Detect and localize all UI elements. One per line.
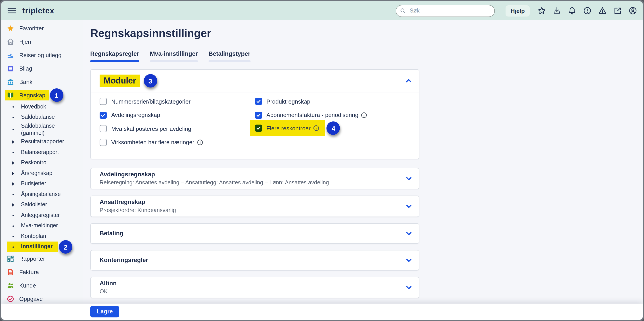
sidebar-item-budsjetter[interactable]: Budsjetter [1, 179, 82, 189]
sidebar-item-label: Bilag [19, 65, 32, 72]
checkbox-nummerserier-bilagskategorier[interactable] [100, 98, 107, 105]
bell-icon[interactable] [568, 6, 576, 15]
sidebar-item-innstillinger[interactable]: Innstillinger2 [1, 242, 82, 252]
section-title: Ansattregnskap [100, 199, 398, 206]
tab-mva-innstillinger[interactable]: Mva-innstillinger [150, 50, 198, 62]
sidebar-item-pningsbalanse[interactable]: Åpningsbalanse [1, 189, 82, 200]
sidebar-item-anleggsregister[interactable]: Anleggsregister [1, 210, 82, 221]
module-row-nummerserier-bilagskategorier: Nummerserier/bilagskategorier [100, 97, 255, 105]
menu-icon[interactable] [8, 8, 16, 14]
checkbox-column-left: Nummerserier/bilagskategorierAvdelingsre… [100, 97, 255, 152]
sidebar-item-kunde[interactable]: Kunde [1, 279, 82, 292]
sidebar-item-rsregnskap[interactable]: Årsregnskap [1, 168, 82, 179]
checkbox-flere-reskontroer[interactable] [255, 124, 262, 132]
module-row-virksomheten-har-flere-n-ringer: Virksomheten har flere næringer [100, 138, 255, 146]
sidebar-item-resultatrapporter[interactable]: Resultatrapporter [1, 137, 82, 147]
people-icon [7, 282, 14, 290]
sidebar-item-favoritter[interactable]: Favoritter [1, 22, 82, 35]
checkbox-label: Mva skal posteres per avdeling [111, 125, 191, 132]
section-betaling[interactable]: Betaling [90, 223, 419, 244]
sidebar-item-kontoplan[interactable]: Kontoplan [1, 231, 82, 242]
chevron-down-icon[interactable] [405, 230, 413, 237]
bullet-icon [10, 215, 16, 216]
section-title: Avdelingsregnskap [100, 171, 398, 178]
sidebar-item-label: Resultatrapporter [21, 138, 64, 145]
sidebar-item-saldolister[interactable]: Saldolister [1, 200, 82, 210]
sidebar-item-faktura[interactable]: Faktura [1, 266, 82, 279]
help-button[interactable]: Hjelp [506, 5, 530, 16]
chevron-down-icon[interactable] [405, 284, 413, 291]
checkbox-label: Flere reskontroer [266, 125, 310, 132]
section-subtitle: Reiseregning: Ansattes avdeling – Ansatt… [100, 180, 398, 186]
checkbox-column-right: ProduktregnskapAbonnementsfaktura - peri… [255, 97, 410, 152]
sidebar-item-hjem[interactable]: Hjem [1, 35, 82, 48]
chevron-up-icon[interactable] [404, 77, 413, 85]
sidebar-item-label: Favoritter [19, 25, 44, 32]
tab-betalingstyper[interactable]: Betalingstyper [208, 50, 250, 62]
sidebar-item-label: Hovedbok [21, 104, 46, 110]
sidebar-item-mva-meldinger[interactable]: Mva-meldinger [1, 221, 82, 231]
section-altinn[interactable]: AltinnOK [90, 277, 419, 298]
star-icon[interactable] [537, 6, 546, 15]
tab-regnskapsregler[interactable]: Regnskapsregler [90, 50, 139, 62]
section-ansattregnskap[interactable]: AnsattregnskapProsjekt/ordre: Kundeansva… [90, 196, 419, 217]
chevron-down-icon[interactable] [405, 175, 413, 182]
sidebar-item-rapporter[interactable]: Rapporter [1, 252, 82, 266]
moduler-header[interactable]: Moduler 3 [91, 70, 419, 92]
sidebar-item-label: Regnskap [19, 92, 45, 98]
sidebar-item-label: Reskontro [21, 160, 46, 166]
sidebar-item-saldobalanse-gammel[interactable]: Saldobalanse (gammel) [1, 123, 82, 137]
search-input[interactable] [396, 5, 495, 17]
checkbox-abonnementsfaktura-periodisering[interactable] [255, 112, 262, 118]
chevron-down-icon[interactable] [405, 256, 413, 264]
save-button[interactable]: Lagre [90, 306, 120, 318]
chevron-down-icon[interactable] [405, 202, 413, 210]
module-row-flere-reskontroer: Flere reskontroer4 [250, 120, 325, 136]
section-title: Konteringsregler [100, 257, 398, 264]
sidebar-item-hovedbok[interactable]: Hovedbok [1, 102, 82, 112]
checkbox-label: Nummerserier/bilagskategorier [111, 98, 190, 105]
sidebar-item-label: Åpningsbalanse [21, 191, 61, 198]
check-circle-icon [7, 295, 14, 303]
plane-icon [7, 51, 14, 59]
section-avdelingsregnskap[interactable]: AvdelingsregnskapReiseregning: Ansattes … [90, 168, 419, 189]
checkbox-mva-skal-posteres-per-avdeling[interactable] [100, 125, 107, 132]
sidebar-item-label: Bank [19, 78, 32, 85]
sidebar-item-reiser-og-utlegg[interactable]: Reiser og utlegg [1, 48, 82, 62]
module-row-avdelingsregnskap: Avdelingsregnskap [100, 111, 255, 119]
external-link-icon[interactable] [613, 6, 622, 15]
bullet-icon [10, 129, 16, 130]
bullet-icon [10, 152, 16, 153]
section-konteringsregler[interactable]: Konteringsregler [90, 250, 419, 270]
checkbox-label: Avdelingsregnskap [111, 112, 160, 118]
checkbox-label: Abonnementsfaktura - periodisering [266, 112, 358, 118]
tripletex-logo[interactable]: tripletex [22, 6, 54, 16]
checkbox-produktregnskap[interactable] [255, 98, 262, 105]
sidebar-item-regnskap[interactable]: Regnskap1 [1, 88, 82, 102]
sidebar-item-balanserapport[interactable]: Balanserapport [1, 147, 82, 158]
sidebar-item-label: Oppgave [19, 296, 43, 302]
user-icon[interactable] [628, 6, 637, 15]
sidebar-item-label: Innstillinger [21, 244, 53, 250]
tab-label: Mva-innstillinger [150, 50, 198, 57]
alert-triangle-icon[interactable] [598, 6, 607, 15]
sidebar-item-label: Rapporter [19, 256, 45, 262]
tab-indicator [208, 60, 250, 62]
info-icon[interactable] [361, 112, 367, 118]
checkbox-avdelingsregnskap[interactable] [100, 112, 107, 118]
sidebar-item-bank[interactable]: Bank [1, 75, 82, 88]
home-icon [7, 38, 14, 45]
bullet-icon [10, 106, 16, 108]
checkbox-virksomheten-har-flere-n-ringer[interactable] [100, 138, 107, 146]
sidebar-item-reskontro[interactable]: Reskontro [1, 158, 82, 168]
info-icon[interactable] [313, 125, 320, 131]
download-icon[interactable] [552, 6, 562, 15]
expand-arrow-icon [10, 203, 16, 207]
info-icon[interactable] [197, 139, 203, 145]
expand-arrow-icon [10, 172, 16, 175]
sidebar-item-saldobalanse[interactable]: Saldobalanse [1, 112, 82, 123]
expand-arrow-icon [10, 140, 16, 144]
bullet-icon [10, 236, 16, 237]
sidebar-item-bilag[interactable]: Bilag [1, 62, 82, 75]
alert-circle-icon[interactable] [583, 6, 592, 15]
